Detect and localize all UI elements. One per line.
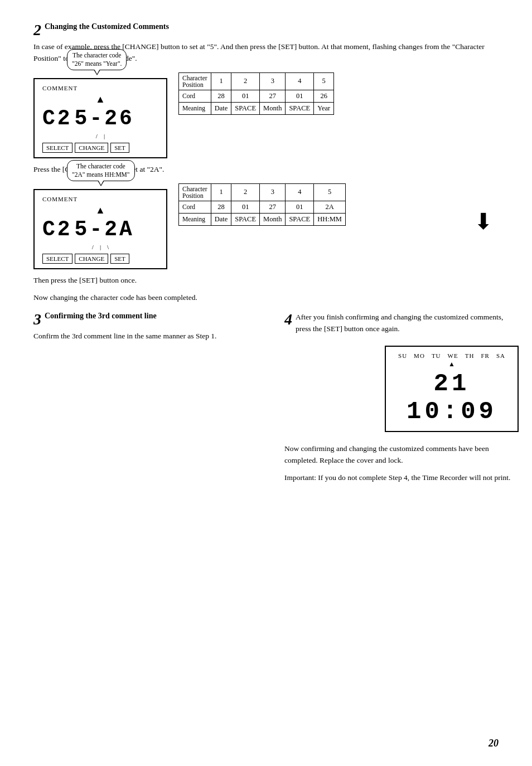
- btn-select-1[interactable]: SELECT: [42, 143, 72, 153]
- table1-cord-1: 28: [211, 90, 231, 102]
- diagram-row-1: The character code "26" means "Year". CO…: [33, 72, 499, 158]
- table2-meaning-4: SPACE: [286, 213, 314, 225]
- table1-cord-4: 01: [286, 90, 314, 102]
- step4-body1: After you finish confirming and changing…: [296, 313, 503, 333]
- table1-header-2: 2: [231, 72, 260, 90]
- step4-col: 4 After you finish confirming and changi…: [284, 312, 519, 490]
- table1-meaning-label: Meaning: [179, 102, 211, 114]
- display2-right: 5-2A: [75, 217, 134, 241]
- btn-change-2[interactable]: CHANGE: [75, 254, 108, 264]
- day-fr: FR: [481, 352, 489, 359]
- btn-change-1[interactable]: CHANGE: [75, 143, 108, 153]
- step3-number: 3: [33, 312, 41, 327]
- day-th: TH: [465, 352, 475, 359]
- table1-header-1: 1: [211, 72, 231, 90]
- btn-select-2[interactable]: SELECT: [42, 254, 72, 264]
- device-arrow-1: ▲: [42, 94, 158, 105]
- table2-meaning-5: HH:MM: [314, 213, 346, 225]
- display1-left: C2: [42, 106, 72, 130]
- device-wrap-1: The character code "26" means "Year". CO…: [33, 72, 167, 158]
- diagram-right-1: CharacterPosition 1 2 3 4 5 Cord 28 01 2…: [178, 72, 499, 115]
- table1-header-5: 5: [314, 72, 334, 90]
- device-lines-1: / |: [42, 133, 158, 139]
- table1-meaning-2: SPACE: [231, 102, 260, 114]
- callout-bubble-2: The character code "2A" means HH:MM": [67, 160, 135, 181]
- clock-triangle: ▲: [395, 360, 509, 369]
- step2-title: Changing the Customized Comments: [45, 22, 169, 31]
- table2-meaning-1: Date: [211, 213, 231, 225]
- step4-body2: Now confirming and changing the customiz…: [284, 443, 519, 467]
- table2-cord-2: 01: [231, 201, 260, 213]
- step2-body4: Now changing the character code has been…: [33, 292, 499, 304]
- step4-header: 4 After you finish confirming and changi…: [284, 312, 519, 335]
- clock-days-row: SU MO TU WE TH FR SA: [395, 352, 509, 359]
- table1-meaning-1: Date: [211, 102, 231, 114]
- btn-set-1[interactable]: SET: [110, 143, 129, 153]
- step3-body: Confirm the 3rd comment line in the same…: [33, 331, 268, 342]
- table2-cord-3: 27: [260, 201, 286, 213]
- btn-set-2[interactable]: SET: [110, 254, 129, 264]
- table1-meaning-3: Month: [260, 102, 286, 114]
- step2-number: 2: [33, 22, 41, 38]
- table2-cord-label: Cord: [179, 201, 211, 213]
- table2-header-1: 1: [211, 183, 231, 201]
- char-table-2: CharacterPosition 1 2 3 4 5 Cord 28 01 2…: [178, 183, 346, 226]
- diagram-left-2: The character code "2A" means HH:MM" COM…: [33, 183, 167, 269]
- device-display-2: C2 5-2A: [42, 217, 158, 241]
- table2-header-0: CharacterPosition: [179, 183, 211, 201]
- day-we: WE: [448, 352, 458, 359]
- device-box-2: COMMENT ▲ C2 5-2A / | \ SELECT CHANGE SE…: [33, 189, 167, 269]
- step3-header: 3 Confirming the 3rd comment line: [33, 312, 268, 327]
- step2-body4-wrap: Now changing the character code has been…: [33, 292, 499, 304]
- device-buttons-2: SELECT CHANGE SET: [42, 254, 158, 264]
- char-table-1: CharacterPosition 1 2 3 4 5 Cord 28 01 2…: [178, 72, 334, 115]
- device-display-1: C2 5-26: [42, 106, 158, 130]
- table2-header-3: 3: [260, 183, 286, 201]
- table2-cord-4: 01: [286, 201, 314, 213]
- table1-meaning-5: Year: [314, 102, 334, 114]
- step4-number: 4: [284, 312, 292, 327]
- device-buttons-1: SELECT CHANGE SET: [42, 143, 158, 153]
- diagram-left-1: The character code "26" means "Year". CO…: [33, 72, 167, 158]
- step4-body3: Important: If you do not complete Step 4…: [284, 472, 519, 484]
- display2-left: C2: [42, 217, 72, 241]
- clock-display-box: SU MO TU WE TH FR SA ▲ 21 10:09: [385, 346, 519, 432]
- page-number: 20: [489, 738, 499, 749]
- step3-title: Confirming the 3rd comment line: [45, 312, 157, 320]
- step2-body3-wrap: Then press the [SET] button once.: [33, 275, 499, 287]
- step2-body3: Then press the [SET] button once.: [33, 275, 499, 287]
- table1-cord-5: 26: [314, 90, 334, 102]
- table1-header-0: CharacterPosition: [179, 72, 211, 90]
- table1-cord-label: Cord: [179, 90, 211, 102]
- table1-cord-3: 27: [260, 90, 286, 102]
- table2-meaning-2: SPACE: [231, 213, 260, 225]
- table2-cord-5: 2A: [314, 201, 346, 213]
- callout-bubble-1: The character code "26" means "Year".: [67, 49, 127, 70]
- step3-col: 3 Confirming the 3rd comment line Confir…: [33, 312, 268, 490]
- device-label-1: COMMENT: [42, 85, 158, 91]
- device-wrap-2: The character code "2A" means HH:MM" COM…: [33, 183, 167, 269]
- table2-header-2: 2: [231, 183, 260, 201]
- step2-header: 2 Changing the Customized Comments: [33, 22, 499, 38]
- table2-header-5: 5: [314, 183, 346, 201]
- display1-right: 5-26: [75, 106, 134, 130]
- device-box-1: COMMENT ▲ C2 5-26 / | SELECT CHANGE SET: [33, 78, 167, 158]
- clock-digits: 21 10:09: [395, 370, 509, 425]
- day-tu: TU: [432, 352, 441, 359]
- device-arrow-2: ▲: [42, 205, 158, 216]
- table2-meaning-3: Month: [260, 213, 286, 225]
- table1-meaning-4: SPACE: [286, 102, 314, 114]
- table2-meaning-label: Meaning: [179, 213, 211, 225]
- day-su: SU: [398, 352, 407, 359]
- device-lines-2: / | \: [42, 244, 158, 250]
- table1-header-4: 4: [286, 72, 314, 90]
- two-col-section: 3 Confirming the 3rd comment line Confir…: [33, 312, 499, 490]
- diagram-row-2: The character code "2A" means HH:MM" COM…: [33, 183, 499, 269]
- down-arrow: ⬇: [474, 209, 493, 235]
- diagram-right-2: CharacterPosition 1 2 3 4 5 Cord 28 01 2…: [178, 183, 499, 226]
- table1-cord-2: 01: [231, 90, 260, 102]
- table2-cord-1: 28: [211, 201, 231, 213]
- device-label-2: COMMENT: [42, 196, 158, 202]
- day-sa: SA: [496, 352, 505, 359]
- table1-header-3: 3: [260, 72, 286, 90]
